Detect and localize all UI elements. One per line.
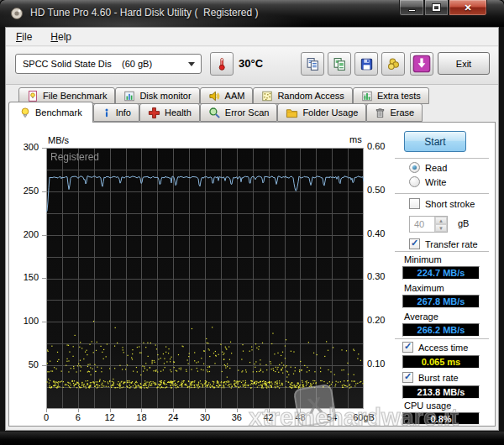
file-benchmark-icon [27,90,39,102]
capacity-unit-label: gB [458,218,469,228]
tab-label: AAM [225,91,245,101]
minimum-value-box: 224.7 MB/s [402,266,480,280]
window-title: HD Tune Pro 4.60 - Hard Disk Utility ( R… [30,7,258,18]
tab-random-access[interactable]: Random Access [253,87,352,104]
exit-label: Exit [456,59,471,69]
burst-rate-value: 213.8 MB/s [417,387,465,397]
health-cross-icon [148,107,160,119]
drive-select-value: SPCC Solid State Dis (60 gB) [23,59,152,69]
y-left-tick: 200 [7,229,39,239]
download-button[interactable] [410,52,433,76]
temperature-value: 30°C [239,57,263,70]
copy-image-button[interactable] [328,52,351,76]
stepper-buttons: ▲ ▼ [434,217,447,232]
y-left-tick: 250 [7,186,39,196]
start-label: Start [424,136,445,148]
download-arrow-icon [412,55,431,73]
minimize-button[interactable] [399,0,424,16]
short-stroke-row: Short stroke [409,198,475,209]
exit-button[interactable]: Exit [438,52,490,75]
access-time-value: 0.065 ms [422,357,460,367]
burst-rate-row: Burst rate [402,372,459,383]
extra-tests-icon [361,90,373,102]
capacity-stepper[interactable]: 40 ▲ ▼ [409,216,448,233]
read-radio[interactable] [409,162,420,173]
menu-help[interactable]: Help [50,31,71,43]
tab-label: File Benchmark [43,91,107,101]
burst-rate-checkbox[interactable] [402,372,413,383]
y-left-tick: 300 [7,142,39,152]
tab-erase[interactable]: Erase [366,103,423,122]
benchmark-chart [42,148,364,412]
tab-aam[interactable]: AAM [200,87,254,104]
tab-disk-monitor[interactable]: Disk monitor [115,87,199,104]
start-button[interactable]: Start [404,131,466,152]
donate-button[interactable] [381,52,405,76]
window-controls: ✕ [399,0,487,16]
short-stroke-label: Short stroke [425,199,475,209]
y-left-tick: 50 [7,359,39,369]
tab-row-front: BenchmarkInfoHealthError ScanFolder Usag… [8,103,423,122]
tab-info[interactable]: Info [93,103,139,122]
burst-rate-label: Burst rate [418,373,459,383]
separator [395,193,489,194]
write-radio[interactable] [409,176,420,187]
temperature-button[interactable] [210,52,234,76]
coins-icon [386,57,401,71]
tab-label: Info [116,107,131,118]
save-button[interactable] [354,52,378,76]
maximize-button[interactable] [424,0,449,16]
transfer-rate-checkbox[interactable] [409,238,420,249]
y-left-tick: 100 [7,316,39,326]
maximum-label: Maximum [404,283,444,293]
x-axis-tick: 60gB [345,412,382,422]
trash-icon [375,107,386,119]
hdtune-app-icon [10,7,24,20]
y-right-tick: 0.30 [367,271,392,281]
tab-label: Erase [390,107,414,118]
tab-label: Error Scan [225,107,270,118]
copy-text-button[interactable] [301,52,324,76]
drive-select-dropdown[interactable]: SPCC Solid State Dis (60 gB) [15,54,202,74]
burst-rate-value-box: 213.8 MB/s [402,385,480,399]
magnifier-icon [208,107,221,119]
cpu-usage-value: 0.8% [430,414,451,424]
average-label: Average [404,312,438,322]
disk-monitor-icon [123,90,135,102]
access-time-value-box: 0.065 ms [402,355,480,369]
maximum-value-box: 267.8 MB/s [402,295,480,308]
tab-label: Extra tests [377,91,421,101]
tab-label: Disk monitor [139,91,191,101]
y-right-tick: 0.20 [367,315,392,325]
minimum-label: Minimum [404,254,442,264]
menu-file[interactable]: File [16,31,32,43]
read-radio-row: Read [409,162,447,173]
title-bar: HD Tune Pro 4.60 - Hard Disk Utility ( R… [0,0,504,27]
stepper-up-icon[interactable]: ▲ [435,217,447,224]
write-label: Write [425,177,446,187]
tab-label: Benchmark [35,107,82,118]
y-right-axis-label: ms [349,134,362,144]
capacity-value: 40 [410,217,434,232]
separator [395,158,489,159]
y-right-tick: 0.60 [367,141,392,151]
tab-folder-usage[interactable]: Folder Usage [277,103,366,122]
tab-error-scan[interactable]: Error Scan [200,103,278,122]
cpu-usage-label: CPU usage [404,400,451,411]
close-button[interactable]: ✕ [449,0,487,16]
tab-label: Health [165,107,192,118]
speaker-icon [208,90,221,102]
access-time-label: Access time [418,343,468,353]
y-left-axis-label: MB/s [48,135,69,145]
tab-extra-tests[interactable]: Extra tests [353,87,429,104]
copy-pages-icon [306,57,320,71]
maximum-value: 267.8 MB/s [417,296,465,306]
minimize-icon [408,9,416,12]
access-time-checkbox[interactable] [402,342,413,353]
average-value: 266.2 MB/s [417,325,465,335]
tab-benchmark[interactable]: Benchmark [8,102,93,123]
app-window: HD Tune Pro 4.60 - Hard Disk Utility ( R… [0,0,504,445]
short-stroke-checkbox[interactable] [409,198,420,209]
stepper-down-icon[interactable]: ▼ [435,224,447,232]
tab-health[interactable]: Health [139,103,200,122]
